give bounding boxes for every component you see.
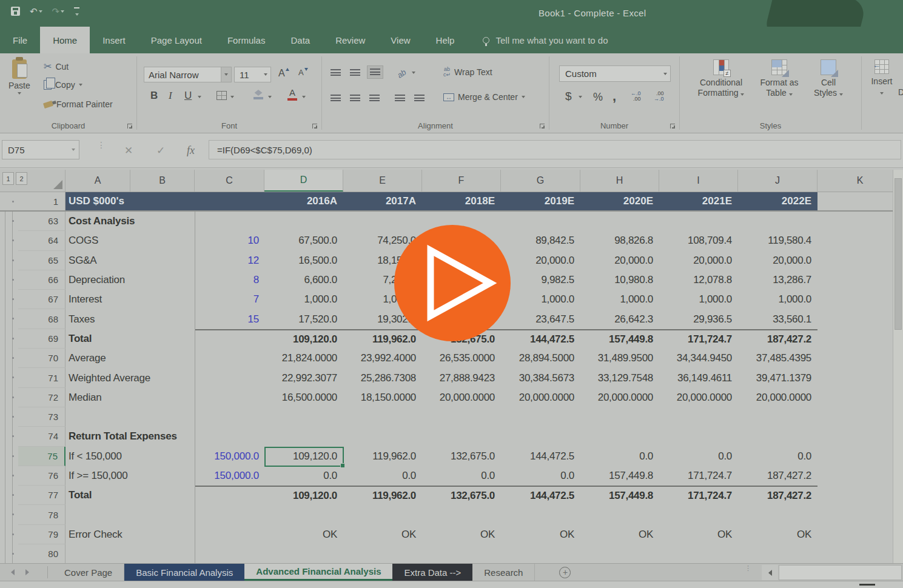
paste-button[interactable]: Paste [8, 59, 30, 95]
paste-dropdown-icon[interactable] [18, 92, 21, 95]
format-as-table-button[interactable]: Format asTable [754, 59, 805, 98]
cell-H65[interactable]: 20,000.0 [580, 251, 659, 270]
cell-D74[interactable] [264, 427, 343, 446]
cell-K71[interactable] [817, 368, 903, 387]
cell-J63[interactable] [738, 212, 817, 231]
undo-button[interactable]: ↶ [30, 7, 42, 16]
cell-C70[interactable] [195, 349, 264, 368]
alignment-dialog-launcher-icon[interactable] [540, 124, 545, 129]
decrease-decimal-icon[interactable]: .00→.0 [654, 91, 664, 102]
cell-I76[interactable]: 171,724.7 [659, 466, 738, 486]
column-header-H[interactable]: H [580, 170, 659, 192]
sheet-tab-basic-financial-analysis[interactable]: Basic Financial Analysis [124, 564, 244, 581]
cell-C68[interactable]: 15 [195, 309, 264, 329]
tab-page-layout[interactable]: Page Layout [138, 27, 215, 53]
column-header-A[interactable]: A [65, 170, 130, 192]
cell-K77[interactable] [817, 486, 903, 505]
row-header-70[interactable]: 70 [18, 349, 65, 368]
cell-H75[interactable]: 0.0 [580, 447, 659, 466]
cell-A77[interactable]: Total [65, 486, 195, 505]
column-header-J[interactable]: J [738, 170, 817, 192]
italic-button[interactable]: I [169, 90, 172, 102]
cell-F73[interactable] [422, 407, 501, 427]
vertical-scrollbar[interactable] [893, 170, 903, 563]
cell-D65[interactable]: 16,500.0 [264, 251, 343, 270]
cell-A74[interactable]: Return Total Expenses [65, 427, 195, 446]
cell-C73[interactable] [195, 407, 264, 427]
insert-function-icon[interactable]: fx [187, 144, 195, 157]
outline-toggle-row-66[interactable] [0, 270, 18, 290]
fill-color-dropdown-icon[interactable] [268, 96, 272, 98]
name-box[interactable]: D75 [2, 140, 79, 159]
cell-J68[interactable]: 33,560.1 [738, 309, 817, 329]
cell-A76[interactable]: If >= 150,000 [65, 466, 195, 486]
cell-J80[interactable] [738, 544, 817, 564]
cell-F77[interactable]: 132,675.0 [422, 486, 501, 505]
merge-center-dropdown-icon[interactable] [522, 96, 525, 98]
comma-style-icon[interactable]: , [613, 89, 616, 104]
cell-K68[interactable] [817, 309, 903, 329]
cell-A79[interactable]: Error Check [65, 525, 195, 544]
cell-I75[interactable]: 0.0 [659, 447, 738, 466]
cell-D73[interactable] [264, 407, 343, 427]
fill-color-icon[interactable] [253, 90, 263, 99]
row-header-75[interactable]: 75 [18, 447, 65, 466]
cell-C77[interactable] [195, 486, 264, 505]
sheet-tab-extra-data[interactable]: Extra Data --> [392, 564, 472, 581]
underline-button[interactable]: U [184, 90, 192, 102]
cell-H71[interactable]: 33,129.7548 [580, 368, 659, 387]
cell-H78[interactable] [580, 505, 659, 524]
column-header-F[interactable]: F [422, 170, 501, 192]
cell-K67[interactable] [817, 290, 903, 309]
cell-F72[interactable]: 20,000.0000 [422, 388, 501, 407]
cell-D69[interactable]: 109,120.0 [264, 329, 343, 349]
borders-icon[interactable] [217, 91, 227, 100]
orientation-dropdown-icon[interactable] [412, 72, 415, 74]
cell-K69[interactable] [817, 329, 903, 349]
borders-dropdown-icon[interactable] [230, 96, 234, 98]
cell-F79[interactable]: OK [422, 525, 501, 544]
cell-I69[interactable]: 171,724.7 [659, 329, 738, 349]
cell-C66[interactable]: 8 [195, 270, 264, 290]
cell-A80[interactable] [65, 544, 195, 564]
tab-review[interactable]: Review [323, 27, 378, 53]
cell-J71[interactable]: 39,471.1379 [738, 368, 817, 387]
cell-G72[interactable]: 20,000.0000 [501, 388, 580, 407]
horizontal-scrollbar[interactable] [779, 565, 902, 580]
cell-K63[interactable] [817, 212, 903, 231]
outline-toggle-row-64[interactable] [0, 231, 18, 250]
cell-A68[interactable]: Taxes [65, 309, 195, 329]
cell-A64[interactable]: COGS [65, 231, 195, 250]
sheet-tab-research[interactable]: Research [472, 564, 535, 581]
cell-F78[interactable] [422, 505, 501, 524]
year-header-2020E[interactable]: 2020E [580, 192, 659, 210]
orientation-icon[interactable]: ab [395, 67, 408, 80]
cell-G74[interactable] [501, 427, 580, 446]
outline-toggle-row-73[interactable] [0, 407, 18, 427]
cell-F76[interactable]: 0.0 [422, 466, 501, 486]
tab-data[interactable]: Data [278, 27, 323, 53]
cell-C69[interactable] [195, 329, 264, 349]
cell-A75[interactable]: If < 150,000 [65, 447, 195, 466]
cell-I71[interactable]: 36,149.4611 [659, 368, 738, 387]
outline-level-1-button[interactable]: 1 [2, 172, 14, 185]
cell-D63[interactable] [264, 212, 343, 231]
column-header-E[interactable]: E [343, 170, 422, 192]
cell-D71[interactable]: 22,992.3077 [264, 368, 343, 387]
column-header-B[interactable]: B [130, 170, 195, 192]
cell-E77[interactable]: 119,962.0 [343, 486, 422, 505]
cell-I79[interactable]: OK [659, 525, 738, 544]
number-format-dropdown-icon[interactable] [663, 73, 667, 75]
outline-toggle-row-68[interactable] [0, 309, 18, 329]
customize-qat-icon[interactable] [74, 7, 79, 16]
name-box-dropdown-icon[interactable] [72, 149, 75, 151]
cell-H66[interactable]: 10,980.8 [580, 270, 659, 290]
outline-toggle-row-71[interactable] [0, 368, 18, 387]
number-dialog-launcher-icon[interactable] [670, 124, 675, 129]
cell-H80[interactable] [580, 544, 659, 564]
decrease-indent-icon[interactable] [395, 95, 405, 102]
cell-I74[interactable] [659, 427, 738, 446]
cell-G69[interactable]: 144,472.5 [501, 329, 580, 349]
cell-A70[interactable]: Average [65, 349, 195, 368]
cell-A66[interactable]: Depreciation [65, 270, 195, 290]
